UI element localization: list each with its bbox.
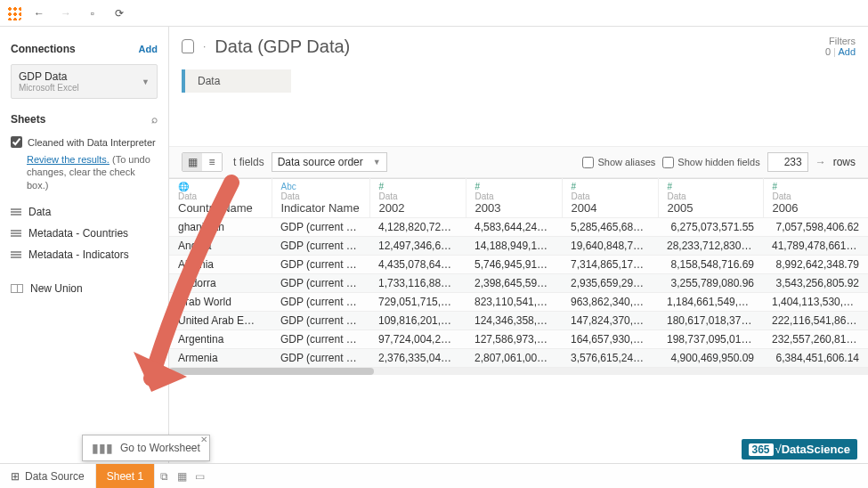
table-cell: 6,384,451,606.14 xyxy=(763,349,868,368)
joined-table-pill[interactable]: Data xyxy=(182,69,291,93)
column-type-icon: # xyxy=(572,182,649,191)
table-cell: 109,816,201,497.62 xyxy=(369,312,466,330)
add-connection-link[interactable]: Add xyxy=(139,44,158,54)
table-cell: 147,824,370,319.95 xyxy=(562,312,658,330)
grid-toolbar: ▦ ≡ t fields Data source order ▼ Show al… xyxy=(169,146,868,178)
sort-fields-select[interactable]: Data source order ▼ xyxy=(272,152,387,172)
save-icon[interactable]: ▫ xyxy=(84,4,101,22)
column-name: 2006 xyxy=(773,201,799,215)
tab-sheet-1[interactable]: Sheet 1 xyxy=(96,464,155,488)
new-dashboard-icon[interactable]: ▦ xyxy=(173,470,191,483)
column-type-icon: 🌐 xyxy=(178,182,263,191)
table-cell: 7,314,865,175.62 xyxy=(562,256,658,274)
table-row[interactable]: AndorraGDP (current US$)1,733,116,883.12… xyxy=(169,274,868,293)
column-header[interactable]: 🌐DataCountry Name xyxy=(169,179,272,218)
grid-view-icon[interactable]: ▦ xyxy=(183,153,202,171)
table-row[interactable]: ghanistanGDP (current US$)4,128,820,723.… xyxy=(169,218,868,237)
column-name: Indicator Name xyxy=(281,201,360,215)
rows-arrow-icon[interactable]: → xyxy=(815,156,826,168)
brand-badge: 365√DataScience xyxy=(742,439,858,460)
chevron-down-icon[interactable]: ▼ xyxy=(142,77,150,86)
add-filter-link[interactable]: Add xyxy=(838,46,856,57)
table-row[interactable]: Arab WorldGDP (current US$)729,051,715,4… xyxy=(169,293,868,312)
show-aliases-checkbox[interactable]: Show aliases xyxy=(582,157,655,168)
show-hidden-checkbox[interactable]: Show hidden fields xyxy=(662,157,759,168)
show-hidden-input[interactable] xyxy=(662,157,674,168)
rows-input[interactable]: 233 xyxy=(767,152,808,172)
column-header[interactable]: #Data2002 xyxy=(369,179,466,218)
table-cell: 97,724,004,251.86 xyxy=(369,330,466,349)
column-type-icon: # xyxy=(773,182,859,191)
column-header[interactable]: #Data2006 xyxy=(763,179,868,218)
connection-name: GDP Data xyxy=(19,70,79,83)
table-cell: 198,737,095,012.28 xyxy=(658,330,763,349)
table-cell: GDP (current US$) xyxy=(272,293,369,312)
datasource-title[interactable]: Data (GDP Data) xyxy=(215,37,350,57)
horizontal-scrollbar[interactable] xyxy=(169,368,868,375)
column-header[interactable]: #Data2004 xyxy=(562,179,658,218)
forward-icon[interactable]: → xyxy=(57,4,75,22)
search-icon[interactable]: ⌕ xyxy=(151,113,158,126)
sort-fields-value: Data source order xyxy=(278,156,363,168)
rows-label: rows xyxy=(833,156,856,168)
sheets-heading: Sheets xyxy=(11,113,45,126)
table-cell: GDP (current US$) xyxy=(272,312,369,330)
table-cell: 2,376,335,048.40 xyxy=(369,349,466,368)
table-cell: Angola xyxy=(169,237,272,256)
column-header[interactable]: #Data2003 xyxy=(466,179,562,218)
data-interpreter-checkbox[interactable]: Cleaned with Data Interpreter xyxy=(11,136,158,148)
table-row[interactable]: United Arab EmiratesGDP (current US$)109… xyxy=(169,312,868,330)
tab-data-source-label: Data Source xyxy=(25,470,85,483)
sheet-tabs-bar: ⊞ Data Source Sheet 1 ⧉ ▦ ▭ xyxy=(0,463,868,488)
table-cell: 4,435,078,647.75 xyxy=(369,256,466,274)
close-icon[interactable]: ✕ xyxy=(200,435,207,444)
table-cell: 5,285,465,685.86 xyxy=(562,218,658,237)
sheet-item-label: Metadata - Indicators xyxy=(28,248,129,261)
show-aliases-input[interactable] xyxy=(582,157,594,168)
table-cell: 3,255,789,080.96 xyxy=(658,274,763,293)
data-grid[interactable]: 🌐DataCountry NameAbcDataIndicator Name#D… xyxy=(169,178,868,463)
table-row[interactable]: AngolaGDP (current US$)12,497,346,669.67… xyxy=(169,237,868,256)
table-row[interactable]: ArgentinaGDP (current US$)97,724,004,251… xyxy=(169,330,868,349)
column-source: Data xyxy=(572,191,649,201)
column-header[interactable]: AbcDataIndicator Name xyxy=(272,179,369,218)
table-cell: 1,184,661,549,595.13 xyxy=(658,293,763,312)
table-cell: 1,733,116,883.12 xyxy=(369,274,466,293)
left-panel: Connections Add GDP Data Microsoft Excel… xyxy=(0,27,169,463)
column-type-icon: Abc xyxy=(281,182,361,191)
table-row[interactable]: AlbaniaGDP (current US$)4,435,078,647.75… xyxy=(169,256,868,274)
brand-text: DataScience xyxy=(782,443,850,456)
view-toggle[interactable]: ▦ ≡ xyxy=(182,152,223,172)
refresh-icon[interactable]: ⟳ xyxy=(110,4,128,22)
table-row[interactable]: ArmeniaGDP (current US$)2,376,335,048.40… xyxy=(169,349,868,368)
column-source: Data xyxy=(178,191,263,201)
sheet-item[interactable]: Data xyxy=(11,204,158,220)
column-header[interactable]: #Data2005 xyxy=(658,179,763,218)
data-interpreter-input[interactable] xyxy=(11,136,22,148)
new-union-button[interactable]: New Union xyxy=(11,281,158,297)
column-source: Data xyxy=(281,191,361,201)
table-cell: 19,640,848,728.89 xyxy=(562,237,658,256)
chevron-down-icon: ▼ xyxy=(373,158,381,167)
data-interpreter-label: Cleaned with Data Interpreter xyxy=(28,137,156,148)
review-results-link[interactable]: Review the results. xyxy=(27,154,110,165)
table-cell: ghanistan xyxy=(169,218,272,237)
dot-separator: · xyxy=(203,40,206,53)
tab-sheet-1-label: Sheet 1 xyxy=(107,470,143,483)
filters-label: Filters xyxy=(825,36,856,46)
new-story-icon[interactable]: ▭ xyxy=(191,470,208,483)
back-icon[interactable]: ← xyxy=(30,4,48,22)
tab-data-source[interactable]: ⊞ Data Source xyxy=(0,464,96,488)
table-cell: Armenia xyxy=(169,349,272,368)
sheet-item[interactable]: Metadata - Indicators xyxy=(11,247,158,263)
datasource-icon xyxy=(182,39,194,53)
table-cell: 963,862,340,520.58 xyxy=(562,293,658,312)
table-cell: 164,657,930,452.79 xyxy=(562,330,658,349)
sheet-item[interactable]: Metadata - Countries xyxy=(11,225,158,241)
connection-item[interactable]: GDP Data Microsoft Excel ▼ xyxy=(11,64,158,99)
new-worksheet-icon[interactable]: ⧉ xyxy=(155,470,173,483)
list-view-icon[interactable]: ≡ xyxy=(202,153,222,171)
table-cell: 1,404,113,530,800.68 xyxy=(763,293,868,312)
table-cell: 222,116,541,865.21 xyxy=(763,312,868,330)
column-name: 2002 xyxy=(379,201,405,215)
